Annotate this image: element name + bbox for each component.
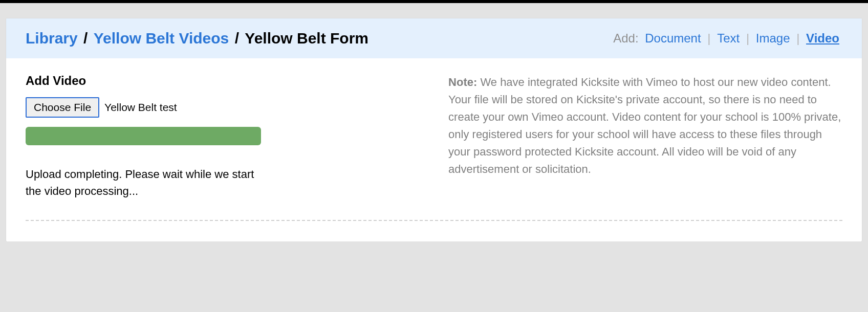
left-column: Add Video Choose File Yellow Belt test U…: [26, 74, 418, 199]
breadcrumb: Library / Yellow Belt Videos / Yellow Be…: [26, 30, 368, 47]
add-video-link[interactable]: Video: [806, 31, 839, 45]
main-panel: Library / Yellow Belt Videos / Yellow Be…: [6, 18, 862, 241]
breadcrumb-library[interactable]: Library: [26, 30, 78, 47]
add-label: Add:: [613, 31, 638, 45]
add-separator: |: [796, 31, 799, 45]
divider: [26, 220, 842, 221]
note-text: Note: We have integrated Kicksite with V…: [448, 74, 842, 179]
section-title: Add Video: [26, 74, 418, 88]
note-body: We have integrated Kicksite with Vimeo t…: [448, 76, 841, 175]
file-row: Choose File Yellow Belt test: [26, 97, 418, 118]
panel-body: Add Video Choose File Yellow Belt test U…: [6, 58, 862, 220]
breadcrumb-current: Yellow Belt Form: [245, 30, 368, 47]
add-separator: |: [746, 31, 749, 45]
panel-header: Library / Yellow Belt Videos / Yellow Be…: [6, 18, 862, 58]
choose-file-button[interactable]: Choose File: [26, 97, 99, 118]
breadcrumb-category[interactable]: Yellow Belt Videos: [94, 30, 229, 47]
breadcrumb-separator: /: [235, 30, 244, 47]
add-image-link[interactable]: Image: [756, 31, 790, 45]
add-separator: |: [707, 31, 710, 45]
selected-filename: Yellow Belt test: [104, 101, 177, 114]
add-bar: Add: Document | Text | Image | Video: [613, 31, 842, 46]
add-text-link[interactable]: Text: [717, 31, 740, 45]
upload-progress-bar: [26, 127, 261, 145]
right-column: Note: We have integrated Kicksite with V…: [448, 74, 842, 199]
note-label: Note:: [448, 76, 477, 88]
breadcrumb-separator: /: [83, 30, 92, 47]
add-document-link[interactable]: Document: [645, 31, 701, 45]
upload-status-text: Upload completing. Please wait while we …: [26, 166, 266, 199]
